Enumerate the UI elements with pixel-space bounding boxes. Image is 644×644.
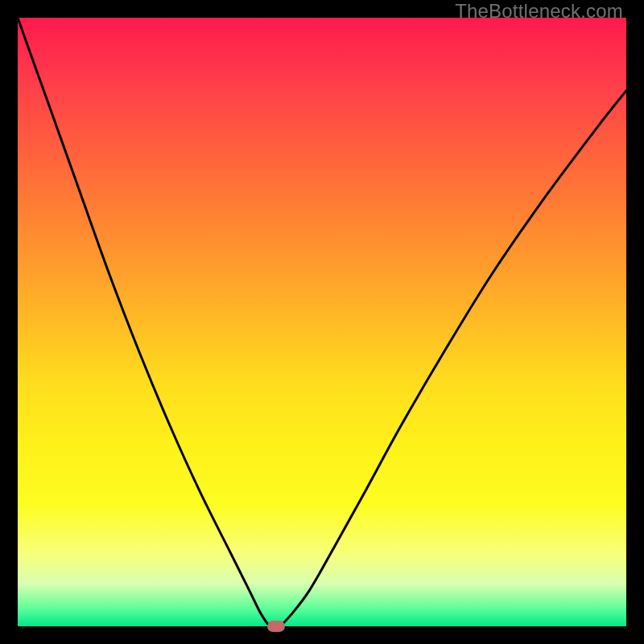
optimal-marker (267, 621, 285, 632)
chart-frame: TheBottleneck.com (0, 0, 644, 644)
bottleneck-curve (18, 18, 626, 628)
plot-area (18, 18, 626, 626)
curve-svg (18, 18, 626, 626)
